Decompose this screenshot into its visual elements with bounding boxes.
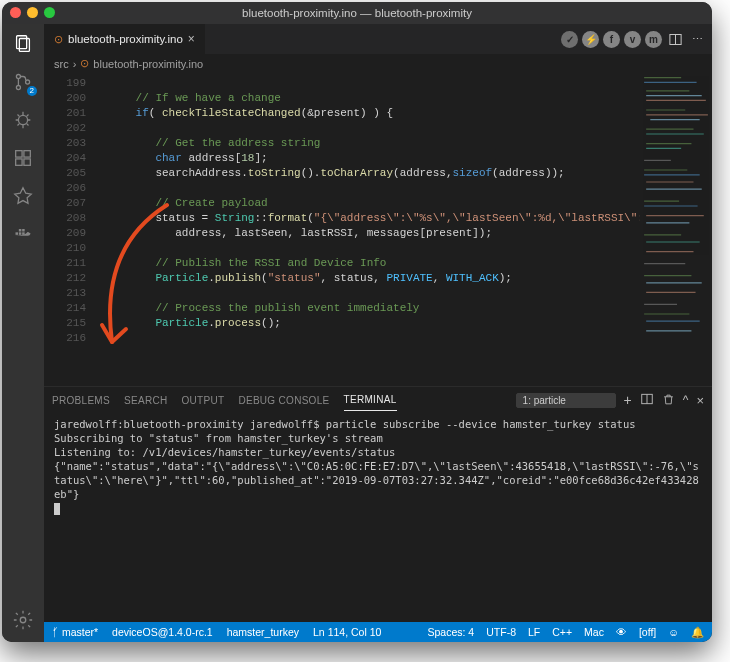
terminal-output[interactable]: jaredwolff:bluetooth-proximity jaredwolf… xyxy=(44,413,712,622)
code-line[interactable]: if( checkTileStateChanged(&present) ) { xyxy=(96,106,640,121)
code-line[interactable] xyxy=(96,331,640,346)
panel-tab-debug[interactable]: DEBUG CONSOLE xyxy=(238,390,329,411)
status-feedback-off[interactable]: [off] xyxy=(639,626,656,638)
window-close-button[interactable] xyxy=(10,7,21,18)
split-editor-icon[interactable] xyxy=(666,32,684,47)
svg-rect-0 xyxy=(17,36,27,49)
status-platform[interactable]: Mac xyxy=(584,626,604,638)
panel-tab-search[interactable]: SEARCH xyxy=(124,390,167,411)
status-cursor[interactable]: Ln 114, Col 10 xyxy=(313,626,381,638)
svg-rect-10 xyxy=(16,232,19,235)
svg-rect-11 xyxy=(19,232,21,235)
window-title: bluetooth-proximity.ino — bluetooth-prox… xyxy=(242,7,472,19)
svg-rect-14 xyxy=(22,229,25,232)
status-device[interactable]: hamster_turkey xyxy=(227,626,299,638)
terminal-cursor xyxy=(54,503,60,515)
particle-icon[interactable] xyxy=(11,184,35,208)
settings-gear-icon[interactable] xyxy=(11,608,35,632)
kill-terminal-icon[interactable] xyxy=(662,393,675,408)
code-line[interactable]: char address[18]; xyxy=(96,151,640,166)
editor-tab[interactable]: ⊙ bluetooth-proximity.ino × xyxy=(44,24,206,54)
breadcrumb-file[interactable]: bluetooth-proximity.ino xyxy=(93,58,203,70)
tab-label: bluetooth-proximity.ino xyxy=(68,33,183,45)
code-line[interactable]: searchAddress.toString().toCharArray(add… xyxy=(96,166,640,181)
code-line[interactable]: Particle.process(); xyxy=(96,316,640,331)
code-line[interactable]: status = String::format("{\"address\":\"… xyxy=(96,211,640,226)
code-content[interactable]: // If we have a change if( checkTileStat… xyxy=(96,74,640,386)
svg-rect-7 xyxy=(16,159,22,165)
status-eol[interactable]: LF xyxy=(528,626,540,638)
code-line[interactable] xyxy=(96,181,640,196)
terminal-line: Listening to: /v1/devices/hamster_turkey… xyxy=(54,445,702,459)
explorer-icon[interactable] xyxy=(11,32,35,56)
code-line[interactable] xyxy=(96,241,640,256)
status-indent[interactable]: Spaces: 4 xyxy=(428,626,475,638)
panel-tab-terminal[interactable]: TERMINAL xyxy=(344,389,397,411)
terminal-line: jaredwolff:bluetooth-proximity jaredwolf… xyxy=(54,417,702,431)
code-line[interactable]: // Publish the RSSI and Device Info xyxy=(96,256,640,271)
terminal-line: {"name":"status","data":"{\"address\":\"… xyxy=(54,459,702,501)
svg-rect-1 xyxy=(19,39,29,52)
bottom-panel: PROBLEMS SEARCH OUTPUT DEBUG CONSOLE TER… xyxy=(44,386,712,622)
maximize-panel-icon[interactable]: ^ xyxy=(683,393,689,407)
svg-point-4 xyxy=(26,80,30,84)
code-line[interactable]: // Create payload xyxy=(96,196,640,211)
status-encoding[interactable]: UTF-8 xyxy=(486,626,516,638)
tab-close-icon[interactable]: × xyxy=(188,32,195,46)
code-line[interactable]: Particle.publish("status", status, PRIVA… xyxy=(96,271,640,286)
status-language[interactable]: C++ xyxy=(552,626,572,638)
status-branch[interactable]: ᚶ master* xyxy=(52,626,98,638)
terminal-selector[interactable]: 1: particle xyxy=(516,393,616,408)
status-feedback-icon[interactable]: ☺ xyxy=(668,626,679,638)
svg-rect-6 xyxy=(16,151,22,157)
svg-rect-9 xyxy=(24,151,30,157)
debug-icon[interactable] xyxy=(11,108,35,132)
editor-actions: ✓ ⚡ f v m ⋯ xyxy=(561,24,712,54)
action-icon-1[interactable]: ⚡ xyxy=(582,31,599,48)
editor-tabs: ⊙ bluetooth-proximity.ino × ✓ ⚡ f v m ⋯ xyxy=(44,24,712,54)
svg-point-5 xyxy=(18,115,27,124)
window-maximize-button[interactable] xyxy=(44,7,55,18)
code-line[interactable]: // Process the publish event immediately xyxy=(96,301,640,316)
window-minimize-button[interactable] xyxy=(27,7,38,18)
arduino-file-icon: ⊙ xyxy=(80,57,89,70)
panel-tab-output[interactable]: OUTPUT xyxy=(181,390,224,411)
status-device-os[interactable]: deviceOS@1.4.0-rc.1 xyxy=(112,626,213,638)
chevron-right-icon: › xyxy=(73,58,77,70)
code-line[interactable]: address, lastSeen, lastRSSI, messages[pr… xyxy=(96,226,640,241)
close-panel-icon[interactable]: × xyxy=(696,393,704,408)
code-editor[interactable]: 1992002012022032042052062072082092102112… xyxy=(44,74,712,386)
svg-point-15 xyxy=(20,617,26,623)
breadcrumb[interactable]: src › ⊙ bluetooth-proximity.ino xyxy=(44,54,712,74)
action-icon-2[interactable]: f xyxy=(603,31,620,48)
titlebar: bluetooth-proximity.ino — bluetooth-prox… xyxy=(2,2,712,24)
terminal-line: Subscribing to "status" from hamster_tur… xyxy=(54,431,702,445)
split-terminal-icon[interactable] xyxy=(640,392,654,408)
new-terminal-icon[interactable]: + xyxy=(624,392,632,408)
minimap[interactable] xyxy=(640,74,712,386)
line-number-gutter: 1992002012022032042052062072082092102112… xyxy=(44,74,96,386)
status-preview-icon[interactable]: 👁 xyxy=(616,626,627,638)
code-line[interactable] xyxy=(96,76,640,91)
action-icon-0[interactable]: ✓ xyxy=(561,31,578,48)
panel-tabs: PROBLEMS SEARCH OUTPUT DEBUG CONSOLE TER… xyxy=(44,387,712,413)
panel-tab-problems[interactable]: PROBLEMS xyxy=(52,390,110,411)
action-icon-3[interactable]: v xyxy=(624,31,641,48)
svg-point-3 xyxy=(16,85,20,89)
svg-rect-8 xyxy=(24,159,30,165)
docker-icon[interactable] xyxy=(11,222,35,246)
breadcrumb-folder[interactable]: src xyxy=(54,58,69,70)
code-line[interactable]: // Get the address string xyxy=(96,136,640,151)
source-control-icon[interactable]: 2 xyxy=(11,70,35,94)
code-line[interactable] xyxy=(96,121,640,136)
code-line[interactable] xyxy=(96,286,640,301)
action-icon-4[interactable]: m xyxy=(645,31,662,48)
activity-bar: 2 xyxy=(2,24,44,642)
svg-rect-13 xyxy=(19,229,21,232)
more-actions-icon[interactable]: ⋯ xyxy=(688,33,706,46)
extensions-icon[interactable] xyxy=(11,146,35,170)
arduino-file-icon: ⊙ xyxy=(54,33,63,46)
status-bell-icon[interactable]: 🔔 xyxy=(691,626,704,639)
code-line[interactable]: // If we have a change xyxy=(96,91,640,106)
status-bar: ᚶ master* deviceOS@1.4.0-rc.1 hamster_tu… xyxy=(44,622,712,642)
